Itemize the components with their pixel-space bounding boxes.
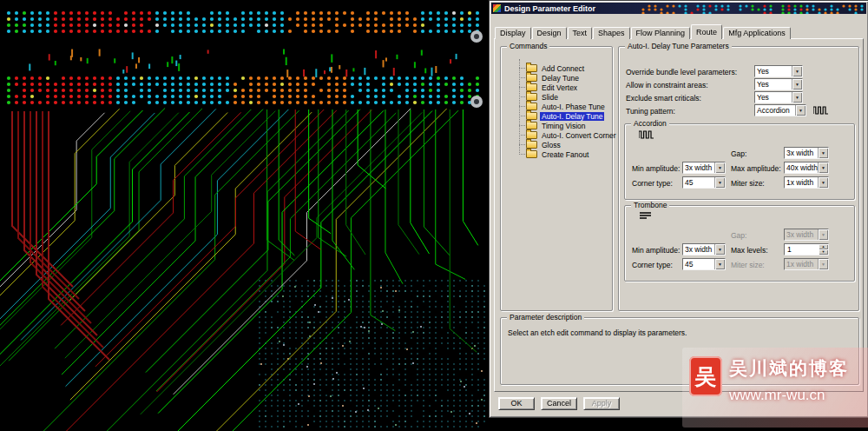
trm-miter-size-combo: 1x width▼ xyxy=(784,258,829,270)
acc-gap-label: Gap: xyxy=(731,149,746,158)
folder-icon xyxy=(526,64,537,72)
watermark-title: 吴川斌的博客 xyxy=(729,356,849,381)
trm-miter-size-label: Miter size: xyxy=(731,261,765,269)
exclude-smart-label: Exclude smart criticals: xyxy=(626,94,701,103)
chevron-down-icon[interactable]: ▼ xyxy=(792,79,802,90)
parameters-group-label: Auto-I. Delay Tune Parameters xyxy=(625,42,732,50)
trm-min-amplitude-combo[interactable]: 3x width▼ xyxy=(682,243,726,255)
spinner-down-icon[interactable]: ▼ xyxy=(819,249,828,255)
allow-constraint-combo[interactable]: Yes▼ xyxy=(754,78,803,90)
chevron-down-icon[interactable]: ▼ xyxy=(795,105,806,116)
acc-corner-type-combo[interactable]: 45▼ xyxy=(682,176,726,189)
watermark-seal: 吴 xyxy=(689,356,722,396)
acc-gap-combo[interactable]: 3x width▼ xyxy=(784,147,829,159)
folder-icon xyxy=(526,103,537,110)
folder-icon xyxy=(526,112,537,120)
tree-item-create-fanout[interactable]: Create Fanout xyxy=(515,149,618,159)
chevron-down-icon[interactable]: ▼ xyxy=(792,66,802,76)
cancel-button[interactable]: Cancel xyxy=(541,397,577,410)
tab-strip: Display Design Text Shapes Flow Planning… xyxy=(495,24,792,39)
tuning-pattern-combo[interactable]: Accordion▼ xyxy=(754,104,806,116)
chevron-down-icon[interactable]: ▼ xyxy=(818,162,828,173)
dialog-titlebar[interactable]: Design Parameter Editor xyxy=(491,3,866,14)
tab-flow-planning[interactable]: Flow Planning xyxy=(631,27,691,39)
folder-icon xyxy=(526,131,537,139)
acc-min-amplitude-combo[interactable]: 3x width▼ xyxy=(682,162,726,174)
chevron-down-icon[interactable]: ▼ xyxy=(714,177,725,188)
chevron-down-icon[interactable]: ▼ xyxy=(714,162,725,173)
accordion-group: Accordion Gap: 3x width▼ Min amplitude: … xyxy=(624,123,855,200)
trombone-group-label: Trombone xyxy=(631,201,669,209)
chevron-down-icon[interactable]: ▼ xyxy=(714,259,725,269)
ok-button[interactable]: OK xyxy=(498,397,535,410)
acc-miter-size-label: Miter size: xyxy=(731,179,765,188)
acc-corner-type-label: Corner type: xyxy=(632,179,673,188)
screen: Design Parameter Editor Display Design T… xyxy=(0,0,868,431)
accordion-pattern-icon xyxy=(813,106,828,115)
trm-corner-type-label: Corner type: xyxy=(632,261,673,269)
watermark: 吴 吴川斌的博客 www.mr-wu.cn xyxy=(682,348,868,428)
trm-max-levels-spinner[interactable]: 1 ▲▼ xyxy=(784,243,829,255)
trombone-group: Trombone Gap: 3x width▼ Min amplitude: 3… xyxy=(624,205,855,282)
tab-display[interactable]: Display xyxy=(495,27,531,39)
folder-icon xyxy=(526,74,537,82)
route-tab-panel: Commands Add Connect Delay Tune Edit Ver… xyxy=(494,38,864,392)
acc-miter-size-combo[interactable]: 1x width▼ xyxy=(784,176,829,189)
commands-group: Commands Add Connect Delay Tune Edit Ver… xyxy=(500,46,613,311)
commands-tree: Add Connect Delay Tune Edit Vertex Slide… xyxy=(515,63,618,159)
folder-icon xyxy=(526,93,537,101)
tab-design[interactable]: Design xyxy=(532,27,567,39)
tab-text[interactable]: Text xyxy=(568,27,593,39)
acc-max-amplitude-combo[interactable]: 40x width▼ xyxy=(784,162,829,174)
acc-min-amplitude-label: Min amplitude: xyxy=(632,164,680,173)
trm-gap-combo: 3x width▼ xyxy=(784,229,829,241)
parameters-group: Auto-I. Delay Tune Parameters Override b… xyxy=(618,46,859,311)
tab-mfg-applications[interactable]: Mfg Applications xyxy=(723,27,791,39)
chevron-down-icon[interactable]: ▼ xyxy=(818,148,828,158)
pcb-pads-decoration xyxy=(640,3,865,14)
allow-constraint-label: Allow in constraint areas: xyxy=(626,81,708,90)
trm-min-amplitude-label: Min amplitude: xyxy=(632,246,680,255)
folder-icon xyxy=(526,122,537,129)
accordion-pattern-icon xyxy=(639,130,654,139)
parameter-description-label: Parameter description xyxy=(507,313,584,322)
watermark-url: www.mr-wu.cn xyxy=(729,387,849,404)
chevron-down-icon[interactable]: ▼ xyxy=(792,92,802,103)
trm-corner-type-combo[interactable]: 45▼ xyxy=(682,258,726,270)
trm-max-levels-label: Max levels: xyxy=(731,246,768,255)
tuning-pattern-label: Tuning pattern: xyxy=(626,107,675,116)
folder-icon xyxy=(526,83,537,91)
exclude-smart-combo[interactable]: Yes▼ xyxy=(754,91,803,103)
app-icon xyxy=(493,4,501,12)
tab-route[interactable]: Route xyxy=(691,24,722,39)
chevron-down-icon[interactable]: ▼ xyxy=(714,244,725,255)
commands-group-label: Commands xyxy=(507,42,549,50)
chevron-down-icon: ▼ xyxy=(818,229,828,240)
folder-icon xyxy=(526,141,537,149)
trombone-pattern-icon xyxy=(639,211,652,221)
apply-button: Apply xyxy=(583,397,620,410)
parameter-description-text: Select an etch edit command to display i… xyxy=(508,328,687,337)
chevron-down-icon: ▼ xyxy=(818,259,828,269)
accordion-group-label: Accordion xyxy=(631,119,669,128)
override-bundle-combo[interactable]: Yes▼ xyxy=(754,65,803,77)
dialog-title: Design Parameter Editor xyxy=(504,4,595,13)
folder-icon xyxy=(526,150,537,158)
override-bundle-label: Override bundle level parameters: xyxy=(626,68,737,76)
chevron-down-icon[interactable]: ▼ xyxy=(818,177,828,188)
tab-shapes[interactable]: Shapes xyxy=(593,27,630,39)
acc-max-amplitude-label: Max amplitude: xyxy=(731,164,781,173)
trm-gap-label: Gap: xyxy=(731,231,746,240)
